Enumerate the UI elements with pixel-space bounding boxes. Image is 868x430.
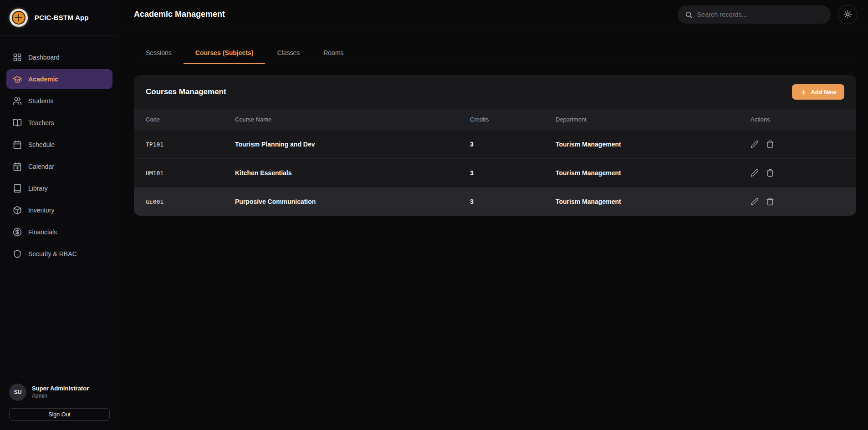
- column-header-code: Code: [146, 116, 235, 123]
- sidebar-item-dashboard[interactable]: Dashboard: [6, 47, 112, 67]
- trash-icon: [766, 169, 774, 177]
- search-icon: [685, 10, 692, 19]
- graduation-cap-icon: [13, 75, 22, 84]
- course-name: Kitchen Essentials: [235, 169, 470, 177]
- course-department: Tourism Management: [556, 198, 751, 205]
- sidebar-item-label: Academic: [28, 76, 58, 83]
- course-credits: 3: [470, 198, 556, 205]
- sign-out-button[interactable]: Sign Out: [9, 408, 110, 421]
- column-header-course-name: Course Name: [235, 116, 470, 123]
- table-row: GE001 Purposive Communication 3 Tourism …: [134, 187, 856, 216]
- sidebar-item-label: Inventory: [28, 207, 55, 214]
- avatar: SU: [9, 384, 26, 401]
- trash-icon: [766, 140, 774, 148]
- sidebar-footer: SU Super Administrator Admin Sign Out: [0, 376, 119, 430]
- pencil-icon: [751, 169, 759, 177]
- table-header: Code Course Name Credits Department Acti…: [134, 109, 856, 130]
- sidebar-item-label: Dashboard: [28, 54, 60, 61]
- tabs: Sessions Courses (Subjects) Classes Room…: [134, 43, 856, 64]
- app-logo-icon: [9, 8, 28, 27]
- user-role: Admin: [32, 393, 89, 400]
- plus-icon: [800, 89, 807, 96]
- sidebar-item-schedule[interactable]: Schedule: [6, 135, 112, 155]
- app-name: PCIC-BSTM App: [35, 14, 89, 21]
- edit-button[interactable]: [751, 169, 759, 177]
- sidebar-item-academic[interactable]: Academic: [6, 69, 112, 89]
- book-open-icon: [13, 118, 22, 127]
- course-code: TP101: [146, 141, 235, 148]
- main-area: Academic Management Sessions Courses (Su…: [119, 0, 868, 430]
- tab-courses-subjects[interactable]: Courses (Subjects): [184, 43, 266, 64]
- pencil-icon: [751, 140, 759, 148]
- page-title: Academic Management: [134, 10, 225, 19]
- sun-icon: [843, 10, 852, 19]
- sidebar-item-calendar[interactable]: Calendar: [6, 157, 112, 177]
- tab-sessions[interactable]: Sessions: [134, 43, 184, 64]
- dollar-circle-icon: [13, 228, 22, 237]
- tab-rooms[interactable]: Rooms: [311, 43, 355, 64]
- edit-button[interactable]: [751, 140, 759, 148]
- sidebar-item-teachers[interactable]: Teachers: [6, 113, 112, 133]
- course-code: GE001: [146, 198, 235, 205]
- book-icon: [13, 184, 22, 193]
- search-box[interactable]: [678, 5, 831, 24]
- column-header-credits: Credits: [470, 116, 556, 123]
- course-department: Tourism Management: [556, 141, 751, 148]
- delete-button[interactable]: [766, 169, 774, 177]
- course-name: Purposive Communication: [235, 198, 470, 205]
- app-brand: PCIC-BSTM App: [0, 0, 119, 35]
- box-icon: [13, 206, 22, 215]
- sidebar-item-label: Library: [28, 185, 48, 192]
- sidebar-item-inventory[interactable]: Inventory: [6, 200, 112, 220]
- pencil-icon: [751, 197, 759, 206]
- add-new-button[interactable]: Add New: [792, 84, 844, 100]
- user-info: SU Super Administrator Admin: [9, 384, 110, 401]
- delete-button[interactable]: [766, 140, 774, 148]
- course-credits: 3: [470, 169, 556, 177]
- course-name: Tourism Planning and Dev: [235, 141, 470, 148]
- column-header-actions: Actions: [751, 116, 844, 123]
- card-title: Courses Management: [146, 87, 226, 96]
- table-row: TP101 Tourism Planning and Dev 3 Tourism…: [134, 130, 856, 158]
- sidebar-item-library[interactable]: Library: [6, 178, 112, 198]
- user-name: Super Administrator: [32, 385, 89, 392]
- courses-management-card: Courses Management Add New Code Course N…: [134, 75, 856, 216]
- sidebar-item-label: Students: [28, 97, 53, 105]
- column-header-department: Department: [556, 116, 751, 123]
- theme-toggle-button[interactable]: [838, 5, 857, 24]
- sidebar-nav: Dashboard Academic Students Teachers Sch…: [0, 35, 119, 376]
- sidebar: PCIC-BSTM App Dashboard Academic Student…: [0, 0, 119, 430]
- sidebar-item-label: Teachers: [28, 119, 54, 126]
- sidebar-item-label: Financials: [28, 228, 57, 236]
- topbar: Academic Management: [119, 0, 868, 29]
- tab-classes[interactable]: Classes: [265, 43, 311, 64]
- course-credits: 3: [470, 141, 556, 148]
- search-input[interactable]: [697, 11, 823, 18]
- delete-button[interactable]: [766, 197, 774, 206]
- sidebar-item-label: Schedule: [28, 141, 55, 148]
- add-new-label: Add New: [811, 89, 836, 96]
- shield-icon: [13, 249, 22, 258]
- calendar-plus-icon: [13, 162, 22, 171]
- sidebar-item-financials[interactable]: Financials: [6, 222, 112, 242]
- users-icon: [13, 96, 22, 106]
- edit-button[interactable]: [751, 197, 759, 206]
- dashboard-icon: [13, 53, 22, 62]
- table-row: HM101 Kitchen Essentials 3 Tourism Manag…: [134, 158, 856, 187]
- course-code: HM101: [146, 170, 235, 177]
- sidebar-item-label: Calendar: [28, 163, 54, 170]
- trash-icon: [766, 197, 774, 206]
- content: Sessions Courses (Subjects) Classes Room…: [119, 29, 868, 216]
- card-header: Courses Management Add New: [134, 75, 856, 109]
- calendar-icon: [13, 140, 22, 149]
- sidebar-item-security-rbac[interactable]: Security & RBAC: [6, 244, 112, 264]
- sidebar-item-label: Security & RBAC: [28, 250, 77, 258]
- course-department: Tourism Management: [556, 169, 751, 177]
- sidebar-item-students[interactable]: Students: [6, 91, 112, 111]
